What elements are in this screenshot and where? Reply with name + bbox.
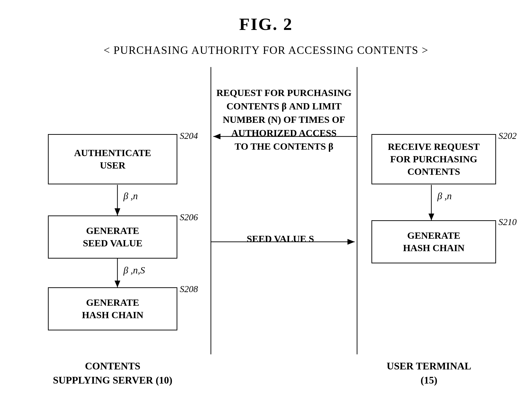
center-message-request-text: REQUEST FOR PURCHASING CONTENTS β AND LI…: [216, 87, 352, 152]
svg-marker-7: [347, 239, 355, 245]
step-label-S210: S210: [498, 217, 517, 227]
svg-marker-5: [114, 208, 120, 215]
box-S202: RECEIVE REQUEST FOR PURCHASING CONTENTS: [371, 134, 496, 184]
data-label-beta-n-s: β ,n,S: [124, 265, 145, 276]
data-label-beta-n-left1: β ,n: [124, 190, 138, 202]
page-container: FIG. 2 < PURCHASING AUTHORITY FOR ACCESS…: [0, 0, 532, 413]
subtitle: < PURCHASING AUTHORITY FOR ACCESSING CON…: [0, 44, 532, 56]
diagram: AUTHENTICATE USER S204 GENERATE SEED VAL…: [24, 67, 508, 390]
center-message-seed: SEED VALUE S: [232, 232, 328, 246]
step-label-S204: S204: [180, 130, 198, 141]
step-label-S208: S208: [180, 284, 198, 294]
box-S210: GENERATE HASH CHAIN: [371, 220, 496, 263]
box-S206: GENERATE SEED VALUE: [48, 215, 177, 258]
svg-marker-9: [114, 281, 120, 287]
data-label-beta-n-right1: β ,n: [437, 190, 452, 202]
step-label-S202: S202: [498, 130, 517, 141]
box-S204: AUTHENTICATE USER: [48, 134, 177, 184]
step-label-S206: S206: [180, 212, 198, 222]
box-S208-text: GENERATE HASH CHAIN: [82, 296, 143, 321]
lane-label-left: CONTENTS SUPPLYING SERVER (10): [38, 359, 187, 387]
box-S210-text: GENERATE HASH CHAIN: [403, 229, 465, 254]
box-S204-text: AUTHENTICATE USER: [74, 147, 151, 172]
lane-label-right: USER TERMINAL (15): [362, 359, 496, 387]
center-message-request: REQUEST FOR PURCHASING CONTENTS β AND LI…: [216, 86, 352, 153]
box-S206-text: GENERATE SEED VALUE: [83, 225, 142, 249]
box-S202-text: RECEIVE REQUEST FOR PURCHASING CONTENTS: [388, 140, 480, 178]
center-message-seed-text: SEED VALUE S: [247, 233, 314, 244]
fig-title: FIG. 2: [0, 0, 532, 34]
box-S208: GENERATE HASH CHAIN: [48, 287, 177, 330]
svg-marker-11: [428, 214, 434, 220]
